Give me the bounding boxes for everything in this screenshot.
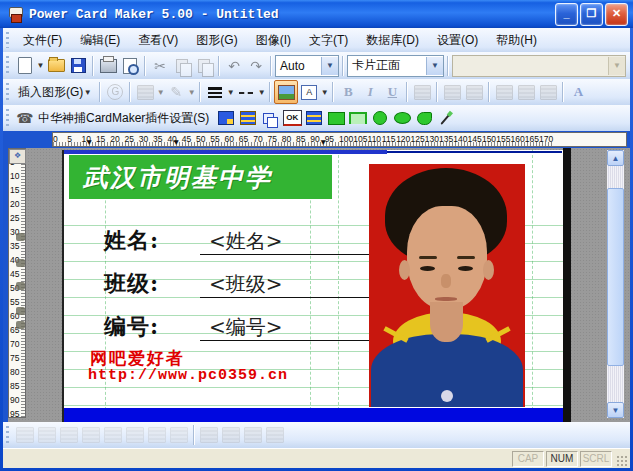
num-lock-indicator: NUM (546, 451, 578, 467)
ruler-marker[interactable] (16, 282, 25, 290)
line-width-button[interactable] (204, 81, 226, 103)
shape-tool-icon: G (107, 84, 123, 100)
textbox-dropdown-arrow[interactable]: ▼ (320, 88, 329, 97)
scroll-up-button[interactable]: ▲ (607, 150, 624, 166)
toolbar-grip[interactable] (5, 83, 10, 101)
align-right-icon (540, 85, 557, 100)
ruler-marker[interactable] (16, 233, 25, 241)
name-placeholder[interactable]: <姓名> (209, 228, 283, 255)
student-photo[interactable] (369, 164, 525, 407)
insert-image-button[interactable] (274, 80, 298, 104)
name-field[interactable]: 姓名: <姓名> (104, 226, 404, 256)
line-style-dropdown-arrow[interactable]: ▼ (257, 88, 266, 97)
resize-grip[interactable] (616, 455, 629, 468)
plugin-tool1-button[interactable] (215, 107, 237, 129)
template-combo-arrow: ▼ (608, 57, 625, 75)
new-button[interactable] (14, 55, 36, 77)
open-button[interactable] (45, 55, 67, 77)
zoom-combo[interactable]: Auto ▼ (275, 55, 339, 77)
photo-ear (483, 260, 494, 280)
minimize-button[interactable]: _ (555, 3, 578, 26)
menu-file[interactable]: 文件(F) (14, 30, 71, 51)
frame-icon (349, 112, 367, 124)
ruler-marker[interactable] (16, 307, 25, 315)
font-grow-icon (414, 85, 431, 100)
card-bottom-bar[interactable] (64, 408, 564, 422)
application-window: Power Card Maker 5.00 - Untitled _ ❐ ✕ 文… (0, 0, 633, 471)
text-fit-icon (466, 85, 483, 100)
school-name-banner[interactable]: 武汉市明基中学 (69, 155, 332, 199)
card-side-combo-arrow[interactable]: ▼ (426, 57, 443, 75)
card-design[interactable]: 武汉市明基中学 姓名: <姓名> 班级: <班级> 编号: <编号> 网吧爱好者… (62, 150, 565, 422)
ruler-origin-box[interactable]: ❖ (9, 149, 26, 164)
plugin-ok-button[interactable]: OK (281, 107, 303, 129)
class-placeholder[interactable]: <班级> (209, 271, 283, 298)
ruler-marker[interactable]: ▼ (319, 136, 327, 147)
ruler-marker[interactable]: ▼ (172, 136, 180, 147)
number-field[interactable]: 编号: <编号> (104, 312, 404, 342)
menu-image[interactable]: 图像(I) (247, 30, 300, 51)
plugin-tool2-button[interactable] (237, 107, 259, 129)
menu-edit[interactable]: 编辑(E) (71, 30, 129, 51)
plugin-tool3-button[interactable] (259, 107, 281, 129)
insert-textbox-button[interactable]: A (298, 81, 320, 103)
center-vertical-button (124, 424, 146, 446)
draw-frame-button[interactable] (347, 107, 369, 129)
photo-ear (399, 260, 410, 280)
open-folder-icon (48, 59, 65, 72)
print-button[interactable] (97, 55, 119, 77)
card-side-combo[interactable]: 卡片正面 ▼ (347, 55, 444, 77)
toolbar-grip[interactable] (5, 32, 10, 49)
menu-settings[interactable]: 设置(O) (428, 30, 487, 51)
draw-ellipse-button[interactable] (391, 107, 413, 129)
plugin-settings-button[interactable]: 中华神捕CardMaker插件设置(S) (36, 110, 215, 127)
align-tops-button (58, 424, 80, 446)
class-field[interactable]: 班级: <班级> (104, 269, 404, 299)
menu-help[interactable]: 帮助(H) (487, 30, 546, 51)
save-button[interactable] (67, 55, 89, 77)
menu-text[interactable]: 文字(T) (300, 30, 357, 51)
same-width-button (146, 424, 168, 446)
title-bar: Power Card Maker 5.00 - Untitled _ ❐ ✕ (0, 0, 633, 28)
number-placeholder[interactable]: <编号> (209, 314, 283, 341)
menu-view[interactable]: 查看(V) (129, 30, 187, 51)
draw-roundrect-button[interactable] (413, 107, 435, 129)
line-style-button[interactable] (235, 81, 257, 103)
align-rights-button (36, 424, 58, 446)
ungroup-button (220, 424, 242, 446)
same-height-button (168, 424, 190, 446)
insert-shape-button[interactable]: 插入图形(G) ▼ (14, 84, 96, 101)
ruler-marker[interactable]: ▼ (85, 136, 93, 147)
promo-text-line2[interactable]: http://www.pc0359.cn (88, 367, 288, 384)
menu-database[interactable]: 数据库(D) (357, 30, 428, 51)
ruler-marker[interactable] (16, 259, 25, 267)
print-preview-button[interactable] (119, 55, 141, 77)
toolbar-grip[interactable] (5, 56, 10, 75)
pen-icon (441, 112, 452, 125)
close-button[interactable]: ✕ (605, 3, 628, 26)
zoom-combo-arrow[interactable]: ▼ (321, 57, 338, 75)
draw-circle-button[interactable] (369, 107, 391, 129)
photo-mouth (435, 297, 457, 301)
insert-shape-label: 插入图形(G) (18, 84, 83, 101)
zoom-combo-value: Auto (276, 59, 321, 73)
draw-pen-button[interactable] (435, 107, 457, 129)
plugin-capture-button[interactable]: ☎ (14, 107, 36, 129)
menu-shape[interactable]: 图形(G) (187, 30, 246, 51)
ruler-marker[interactable] (16, 321, 25, 329)
draw-rectangle-button[interactable] (325, 107, 347, 129)
maximize-button[interactable]: ❐ (580, 3, 603, 26)
plugin-tool4-button[interactable] (303, 107, 325, 129)
scrollbar-thumb[interactable] (607, 188, 624, 366)
template-combo: ▼ (452, 55, 626, 77)
card-top-bar[interactable] (64, 150, 387, 154)
scroll-down-button[interactable]: ▼ (607, 402, 624, 418)
vertical-scrollbar[interactable]: ▲ ▼ (607, 150, 624, 418)
group-icon (200, 427, 218, 443)
save-icon (71, 58, 86, 73)
new-dropdown-arrow[interactable]: ▼ (36, 61, 45, 70)
line-width-dropdown-arrow[interactable]: ▼ (226, 88, 235, 97)
circle-icon (373, 111, 387, 125)
toolbar-grip[interactable] (5, 109, 10, 127)
toolbar-grip[interactable] (5, 426, 10, 444)
